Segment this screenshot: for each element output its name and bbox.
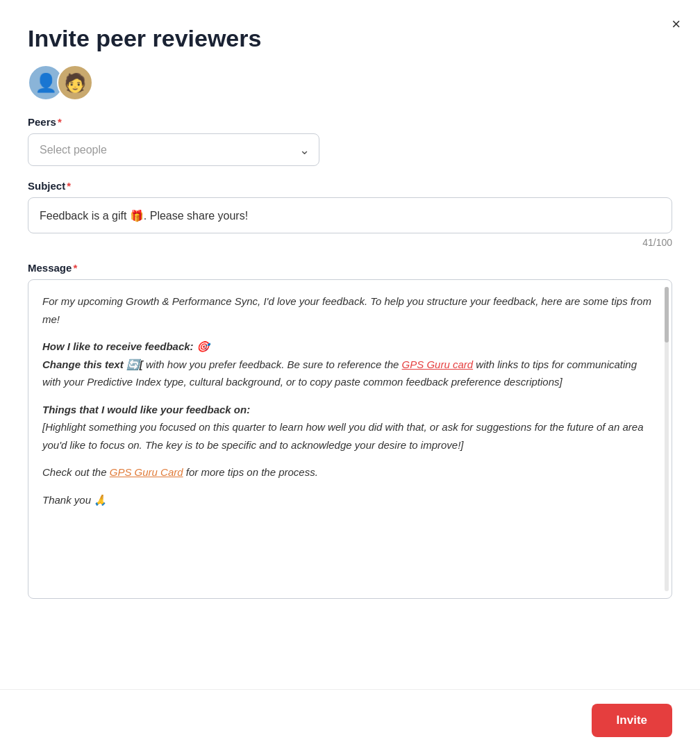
close-icon: × bbox=[672, 15, 681, 33]
char-count: 41/100 bbox=[28, 237, 672, 248]
peers-select[interactable]: Select people bbox=[28, 133, 319, 166]
required-star: * bbox=[67, 180, 71, 192]
scrollbar-track bbox=[665, 287, 669, 591]
message-line1: For my upcoming Growth & Performance Syn… bbox=[42, 292, 658, 328]
required-star: * bbox=[73, 262, 77, 274]
subject-label: Subject* bbox=[28, 180, 672, 192]
message-textarea[interactable]: For my upcoming Growth & Performance Syn… bbox=[28, 279, 672, 599]
message-field-group: Message* For my upcoming Growth & Perfor… bbox=[28, 262, 672, 599]
feedback-on-heading: Things that I would like your feedback o… bbox=[42, 404, 250, 415]
message-section2: Things that I would like your feedback o… bbox=[42, 401, 658, 454]
modal-title: Invite peer reviewers bbox=[28, 25, 672, 52]
subject-field-group: Subject* 41/100 bbox=[28, 180, 672, 248]
message-thank-you: Thank you 🙏 bbox=[42, 491, 658, 509]
message-label: Message* bbox=[28, 262, 672, 274]
footer-bar: Invite bbox=[0, 689, 700, 751]
peers-field-group: Peers* Select people ⌄ bbox=[28, 116, 672, 166]
avatar: 🧑 bbox=[57, 65, 93, 101]
avatar-strip: 👤 🧑 bbox=[28, 65, 672, 101]
peers-select-wrapper: Select people ⌄ bbox=[28, 133, 319, 166]
gps-guru-link-1[interactable]: GPS Guru card bbox=[402, 358, 474, 370]
modal-container: × Invite peer reviewers 👤 🧑 Peers* Selec… bbox=[0, 0, 700, 751]
peers-label: Peers* bbox=[28, 116, 672, 128]
message-content: For my upcoming Growth & Performance Syn… bbox=[42, 292, 658, 509]
close-button[interactable]: × bbox=[672, 17, 681, 32]
message-check-out: Check out the GPS Guru Card for more tip… bbox=[42, 463, 658, 481]
italic-pre-link: with how you prefer feedback. Be sure to… bbox=[143, 358, 402, 370]
subject-input[interactable] bbox=[28, 197, 672, 233]
change-text-bold: Change this text 🔄[ bbox=[42, 358, 143, 370]
feedback-heading: How I like to receive feedback: 🎯 bbox=[42, 340, 210, 352]
message-section1: How I like to receive feedback: 🎯 Change… bbox=[42, 338, 658, 391]
required-star: * bbox=[58, 116, 62, 128]
gps-guru-link-2[interactable]: GPS Guru Card bbox=[110, 466, 183, 478]
feedback-on-text: [Highlight something you focused on this… bbox=[42, 421, 644, 451]
scrollbar-thumb[interactable] bbox=[665, 287, 669, 343]
invite-button[interactable]: Invite bbox=[592, 704, 672, 737]
